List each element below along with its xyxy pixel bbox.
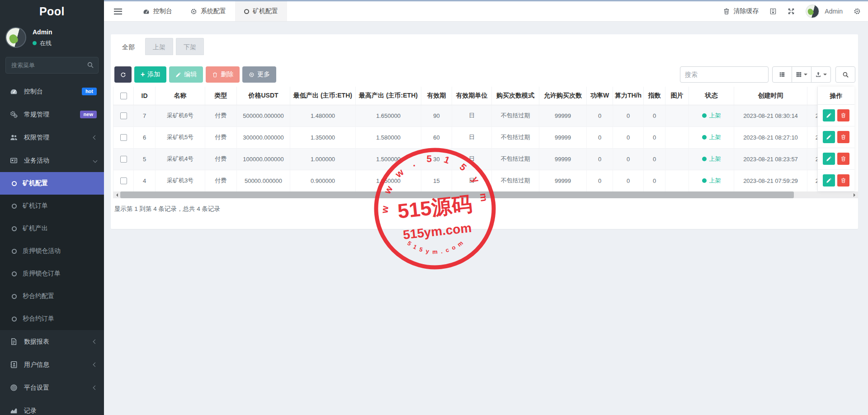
edit-row-button[interactable] — [823, 174, 835, 187]
sidebar-item-label: 矿机配置 — [23, 179, 48, 187]
trash-icon — [723, 8, 730, 15]
sidebar-item-miner-orders[interactable]: 矿机订单 — [0, 195, 104, 217]
scroll-left-arrow[interactable] — [113, 191, 120, 198]
filter-tabs: 全部上架下架 — [114, 38, 204, 55]
row-checkbox[interactable] — [120, 112, 127, 119]
sidebar-item-platform[interactable]: 平台设置 — [0, 376, 104, 399]
edit-button[interactable]: 编辑 — [169, 66, 203, 83]
col-header-14: 状态 — [689, 87, 734, 105]
sidebar-item-label: 数据报表 — [24, 338, 49, 346]
fullscreen-icon[interactable] — [788, 8, 795, 15]
sidebar-item-records[interactable]: 记录 — [0, 399, 104, 415]
sidebar-item-seconds-orders[interactable]: 秒合约订单 — [0, 308, 104, 330]
sidebar-item-miner-config[interactable]: 矿机配置 — [0, 172, 104, 195]
sidebar-toggle-icon[interactable] — [114, 9, 122, 14]
delete-button[interactable]: 删除 — [206, 66, 240, 83]
file-icon — [10, 338, 18, 345]
delete-row-button[interactable] — [837, 174, 849, 187]
cell — [665, 126, 689, 148]
horizontal-scrollbar[interactable] — [113, 191, 858, 198]
more-button[interactable]: 更多 — [242, 66, 276, 83]
sidebar-item-label: 秒合约订单 — [23, 315, 54, 323]
col-header-13: 图片 — [665, 87, 689, 105]
delete-row-button[interactable] — [837, 131, 849, 143]
chart-icon — [10, 407, 18, 415]
export-button[interactable] — [811, 66, 831, 83]
sidebar-item-dashboard[interactable]: 控制台hot — [0, 80, 104, 103]
avatar[interactable] — [806, 5, 819, 18]
status-dot — [702, 157, 707, 161]
cell: 日 — [452, 126, 492, 148]
sidebar-item-reports[interactable]: 数据报表 — [0, 330, 104, 353]
filter-tab-2[interactable]: 下架 — [176, 38, 204, 55]
filter-tab-1[interactable]: 上架 — [145, 38, 173, 55]
row-checkbox[interactable] — [120, 177, 127, 184]
table-search-input[interactable] — [680, 66, 769, 83]
row-checkbox[interactable] — [120, 134, 127, 141]
col-header-10: 功率W — [587, 87, 613, 105]
select-all-checkbox[interactable] — [120, 93, 127, 99]
sidebar-item-pledge-orders[interactable]: 质押锁仓订单 — [0, 262, 104, 285]
tab-dashboard[interactable]: 控制台 — [134, 1, 181, 21]
search-button[interactable] — [835, 66, 855, 83]
card-view-button[interactable] — [772, 66, 792, 83]
pagination-info: 显示第 1 到第 4 条记录，总共 4 条记录 — [114, 205, 220, 213]
cell: 50000.000000 — [237, 170, 290, 191]
delete-row-button[interactable] — [837, 153, 849, 165]
cell: 付费 — [205, 126, 237, 148]
status-link[interactable]: 上架 — [709, 177, 721, 184]
status-link[interactable]: 上架 — [709, 112, 721, 119]
cell: 30 — [421, 148, 452, 170]
sidebar-item-business[interactable]: 业务活动 — [0, 149, 104, 172]
topbar-username[interactable]: Admin — [825, 8, 843, 15]
more-label: 更多 — [257, 70, 270, 79]
delete-row-button[interactable] — [837, 109, 849, 121]
edit-row-button[interactable] — [823, 131, 835, 143]
sidebar-item-label: 质押锁仓订单 — [23, 270, 61, 278]
checkbox-cell — [113, 148, 134, 170]
sidebar-item-seconds-config[interactable]: 秒合约配置 — [0, 285, 104, 308]
tab-system-config[interactable]: 系统配置 — [181, 1, 235, 21]
cell: 1.500000 — [356, 148, 421, 170]
clear-cache-button[interactable]: 清除缓存 — [723, 7, 759, 15]
scroll-right-arrow[interactable] — [851, 191, 858, 198]
cell: 0 — [613, 105, 644, 126]
cell: 99999 — [539, 170, 587, 191]
cell: 不包括过期 — [492, 105, 539, 126]
edit-row-button[interactable] — [823, 109, 835, 121]
add-button[interactable]: +添加 — [134, 66, 166, 83]
col-header-0: ID — [134, 87, 156, 105]
sidebar-item-label: 业务活动 — [24, 157, 49, 165]
sidebar-item-user-info[interactable]: 用户信息 — [0, 353, 104, 376]
tab-miner-config[interactable]: 矿机配置 — [235, 1, 287, 21]
sidebar-item-miner-output[interactable]: 矿机产出 — [0, 217, 104, 240]
table-body: 7采矿机6号付费500000.0000001.4800001.65000090日… — [113, 105, 828, 191]
edit-label: 编辑 — [184, 70, 197, 79]
sidebar-search-input[interactable] — [5, 57, 99, 74]
settings-gear-icon[interactable] — [854, 8, 861, 15]
cell: 7 — [134, 105, 156, 126]
sidebar-item-general[interactable]: 常规管理new — [0, 103, 104, 126]
refresh-button[interactable] — [114, 66, 132, 83]
status-link[interactable]: 上架 — [709, 155, 721, 162]
cell: 1.580000 — [356, 126, 421, 148]
trash-icon — [212, 72, 218, 78]
row-checkbox[interactable] — [120, 156, 127, 163]
columns-button[interactable] — [792, 66, 811, 83]
sidebar-menu-bottom: 数据报表用户信息平台设置记录 — [0, 330, 104, 415]
cell: 0 — [613, 148, 644, 170]
sidebar-item-pledge-activity[interactable]: 质押锁仓活动 — [0, 240, 104, 262]
status-link[interactable]: 上架 — [709, 134, 721, 140]
badge-new: new — [80, 111, 97, 118]
main-content: 全部上架下架 +添加 编辑 删除 更多 ID名称类型价格USDT最低产出 — [104, 22, 868, 415]
scrollbar-thumb[interactable] — [120, 191, 794, 198]
sidebar-item-permissions[interactable]: 权限管理 — [0, 126, 104, 149]
edit-row-button[interactable] — [823, 153, 835, 165]
cell: 1.650000 — [356, 105, 421, 126]
sidebar-submenu: 矿机配置矿机订单矿机产出质押锁仓活动质押锁仓订单秒合约配置秒合约订单 — [0, 172, 104, 330]
language-icon[interactable] — [769, 8, 777, 15]
circle-icon — [12, 226, 17, 231]
cell: 0 — [587, 170, 613, 191]
filter-tab-0[interactable]: 全部 — [114, 38, 142, 55]
chevron-left-icon — [93, 135, 98, 140]
